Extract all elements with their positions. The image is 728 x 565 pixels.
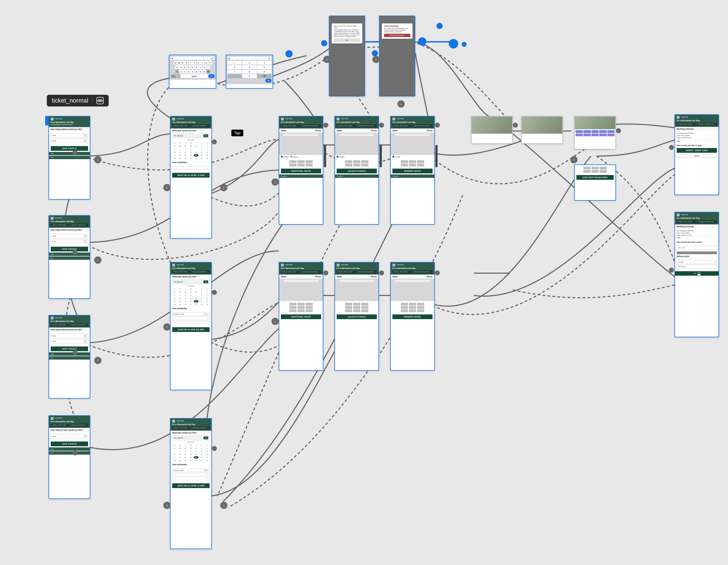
calendar-day[interactable]: 10 bbox=[172, 151, 177, 154]
artboard-dialog-cancel[interactable]: Cancel booking? Any seats you have selec… bbox=[379, 16, 415, 96]
artboard-keyboard-numeric[interactable]: ▮ 🎤 123 456 789 .0⌫ Go bbox=[226, 55, 273, 89]
artboard-seats-a2[interactable]: THEATREIt's a Wonderful Life Play1 Movie… bbox=[334, 116, 379, 225]
key[interactable]: 4 bbox=[227, 65, 242, 69]
calendar-day[interactable]: 25 bbox=[178, 157, 183, 160]
calendar-day[interactable]: 14 bbox=[194, 453, 199, 456]
calendar-day[interactable]: 13 bbox=[188, 151, 193, 154]
dialog-ok-button[interactable]: OK bbox=[334, 38, 360, 42]
calendar-day[interactable]: 2 bbox=[205, 291, 210, 294]
connection-handle[interactable] bbox=[72, 150, 77, 155]
date-field[interactable]: Thu, April 21GO bbox=[172, 133, 210, 138]
calendar-day[interactable]: 13 bbox=[188, 453, 193, 456]
calendar-day[interactable]: 1 bbox=[199, 291, 204, 294]
key-backspace[interactable]: ⌫ bbox=[207, 70, 210, 74]
calendar-day[interactable]: 5 bbox=[183, 148, 188, 151]
mic-icon[interactable]: 🎤 bbox=[211, 57, 213, 59]
artboard-date-1[interactable]: THEATRE It's a Wonderful Life Play 1 Mov… bbox=[170, 116, 212, 239]
calendar-day[interactable]: 28 bbox=[178, 145, 183, 147]
key[interactable]: 6 bbox=[257, 65, 271, 69]
calendar-day[interactable]: 12 bbox=[183, 453, 188, 456]
connection-handle[interactable] bbox=[323, 270, 328, 275]
calendar-day[interactable]: 22 bbox=[199, 456, 204, 459]
artboard-seats-a1[interactable]: THEATRE It's a Wonderful Life Play 1 Mov… bbox=[279, 116, 323, 225]
calendar-day[interactable]: 28 bbox=[194, 157, 199, 160]
another-seats-button[interactable]: AnotherTH SEATS bbox=[337, 169, 377, 173]
artboard-image-2[interactable] bbox=[521, 116, 563, 144]
key[interactable]: U bbox=[197, 61, 200, 65]
save-tickets-button[interactable]: SAVE TICKETS bbox=[51, 442, 88, 446]
chip[interactable]: Colosseum Cinema So… bbox=[70, 224, 88, 227]
key[interactable]: T bbox=[189, 61, 192, 65]
key[interactable]: 8 bbox=[242, 70, 256, 74]
key[interactable]: A bbox=[175, 65, 179, 69]
calendar-day[interactable]: 16 bbox=[205, 453, 210, 456]
calendar-day[interactable]: 29 bbox=[183, 447, 188, 450]
calendar-day[interactable]: 13 bbox=[188, 297, 193, 300]
flow-label-tooltip[interactable]: ticket_normal bbox=[47, 95, 109, 106]
key[interactable]: F bbox=[187, 65, 190, 69]
artboard-tickets-2[interactable]: THEATRE It's a Wonderful Life Play 1 Mov… bbox=[48, 215, 90, 299]
calendar-day[interactable]: 17 bbox=[172, 300, 177, 303]
calendar-day[interactable]: 25 bbox=[178, 303, 183, 306]
country-select[interactable]: Country▾ bbox=[677, 260, 717, 264]
key-go[interactable]: Go bbox=[265, 79, 271, 83]
nav-prev-icon[interactable]: ‹ bbox=[94, 156, 101, 163]
calendar-day[interactable]: 8 bbox=[199, 148, 204, 151]
calendar-day[interactable]: 11 bbox=[178, 151, 183, 154]
connection-handle[interactable] bbox=[321, 40, 327, 46]
key[interactable]: C bbox=[187, 70, 190, 74]
connection-handle[interactable] bbox=[513, 123, 518, 128]
reserve-seats-button[interactable]: RESERVE SEATS bbox=[392, 169, 433, 173]
nav-prev-icon[interactable]: ‹ bbox=[271, 178, 279, 186]
nav-prev-icon[interactable]: ‹ bbox=[94, 256, 101, 264]
calendar-grid[interactable]: SMTWTFS272829303112345678910111213141516… bbox=[172, 444, 210, 462]
calendar-day[interactable]: 18 bbox=[178, 154, 183, 157]
calendar-day[interactable]: 6 bbox=[188, 450, 193, 453]
nav-prev-icon[interactable]: ‹ bbox=[163, 323, 171, 331]
key-123[interactable]: 123 bbox=[171, 74, 176, 78]
key[interactable]: N bbox=[199, 70, 202, 74]
key[interactable]: . bbox=[227, 74, 242, 78]
prototype-canvas[interactable]: ticket_normal Tap ▮ 🎤 Q W E R T Y U I O … bbox=[0, 0, 728, 565]
connection-handle[interactable] bbox=[72, 350, 77, 355]
stepper-adult[interactable]: Adult bbox=[51, 133, 88, 138]
nav-next-icon[interactable]: › bbox=[220, 502, 227, 509]
artboard-checkout-2[interactable]: THEATRE It's a Wonderful Life Play 1 Mov… bbox=[674, 212, 719, 337]
connection-handle[interactable] bbox=[379, 123, 384, 128]
key[interactable]: B bbox=[195, 70, 198, 74]
seat-map[interactable] bbox=[279, 279, 323, 301]
seat-map[interactable] bbox=[391, 133, 434, 155]
key[interactable]: G bbox=[191, 65, 194, 69]
calendar-day[interactable]: 22 bbox=[199, 300, 204, 303]
nav-prev-icon[interactable]: ‹ bbox=[271, 318, 279, 325]
calendar-day[interactable]: 4 bbox=[178, 148, 183, 151]
additional-seats-button[interactable]: ADDITIONAL SEATS bbox=[281, 169, 321, 173]
footer-strip[interactable]: Info bbox=[49, 156, 90, 159]
key[interactable]: 5 bbox=[242, 65, 256, 69]
key-go[interactable]: Go bbox=[208, 74, 215, 78]
dialog-cancel-button[interactable]: CANCEL BOOKING bbox=[384, 34, 410, 37]
chip[interactable]: 1 Movie | The O2 Ent… bbox=[51, 224, 69, 227]
key-backspace[interactable]: ⌫ bbox=[257, 74, 271, 78]
postcode-field[interactable]: Post Code bbox=[677, 265, 717, 268]
calendar-day[interactable]: 20 bbox=[188, 300, 193, 303]
calendar-day[interactable]: 15 bbox=[199, 453, 204, 456]
calendar-day[interactable]: 21 bbox=[194, 154, 199, 157]
calendar-day[interactable]: 30 bbox=[188, 291, 193, 294]
calendar-day[interactable]: 29 bbox=[199, 157, 204, 160]
calendar-day[interactable]: 3 bbox=[172, 450, 177, 453]
footer-strip[interactable]: Seat bbox=[49, 152, 90, 155]
key-shift[interactable]: ⇧ bbox=[175, 70, 179, 74]
calendar-day[interactable]: 30 bbox=[205, 303, 210, 306]
key[interactable]: 1 bbox=[227, 61, 242, 65]
seat-map[interactable] bbox=[335, 133, 378, 155]
calendar-day[interactable]: 17 bbox=[172, 456, 177, 459]
connection-handle[interactable] bbox=[669, 145, 674, 150]
key[interactable]: 3 bbox=[257, 61, 271, 65]
artboard-tickets-3[interactable]: THEATRE It's a Wonderful Life Play 1 Mov… bbox=[48, 315, 90, 399]
key[interactable]: S bbox=[179, 65, 183, 69]
key[interactable]: X bbox=[183, 70, 186, 74]
nav-next-icon[interactable]: › bbox=[372, 56, 380, 63]
connection-handle[interactable] bbox=[435, 270, 440, 275]
key[interactable]: K bbox=[203, 65, 206, 69]
